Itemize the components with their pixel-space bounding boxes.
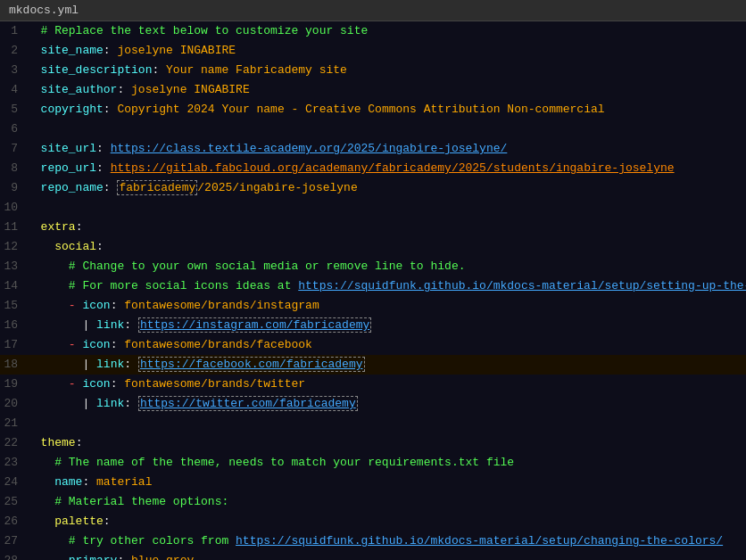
line-19: 19 - icon: fontawesome/brands/twitter — [0, 375, 746, 394]
line-content-4: site_author: joselyne INGABIRE — [27, 81, 746, 99]
line-num-24: 24 — [0, 474, 27, 491]
line-num-15: 15 — [0, 297, 27, 315]
line-20: 20 | link: https://twitter.com/fabricade… — [0, 394, 746, 414]
line-28: 28 primary: blue grey — [0, 551, 746, 560]
line-content-25: # Material theme options: — [27, 493, 746, 511]
line-num-1: 1 — [0, 22, 27, 40]
line-num-14: 14 — [0, 277, 27, 295]
line-num-7: 7 — [0, 140, 27, 158]
line-23: 23 # The name of the theme, needs to mat… — [0, 453, 746, 473]
line-content-8: repo_url: https://gitlab.fabcloud.org/ac… — [27, 160, 746, 177]
line-13: 13 # Change to your own social media or … — [0, 257, 746, 276]
line-24: 24 name: material — [0, 473, 746, 492]
line-2: 2 site_name: joselyne INGABIRE — [0, 41, 746, 61]
line-content-9: repo_name: fabricademy/2025/ingabire-jos… — [27, 179, 746, 197]
line-num-28: 28 — [0, 552, 27, 560]
line-content-7: site_url: https://class.textile-academy.… — [27, 140, 746, 158]
line-content-27: # try other colors from https://squidfun… — [27, 532, 746, 550]
line-num-19: 19 — [0, 375, 27, 393]
line-content-12: social: — [27, 238, 746, 256]
line-content-3: site_description: Your name Fabricademy … — [27, 62, 746, 79]
title-bar: mkdocs.yml — [0, 0, 746, 21]
line-num-18: 18 — [0, 356, 27, 374]
line-21: 21 — [0, 414, 746, 433]
line-num-23: 23 — [0, 454, 27, 472]
line-1: 1 # Replace the text below to customize … — [0, 21, 746, 41]
line-num-13: 13 — [0, 258, 27, 276]
line-num-5: 5 — [0, 101, 27, 119]
line-content-16: | link: https://instagram.com/fabricadem… — [27, 317, 746, 334]
line-8: 8 repo_url: https://gitlab.fabcloud.org/… — [0, 159, 746, 178]
line-num-12: 12 — [0, 238, 27, 256]
line-12: 12 social: — [0, 237, 746, 257]
line-3: 3 site_description: Your name Fabricadem… — [0, 61, 746, 80]
line-num-20: 20 — [0, 395, 27, 413]
line-16: 16 | link: https://instagram.com/fabrica… — [0, 316, 746, 335]
line-num-21: 21 — [0, 415, 27, 432]
line-26: 26 palette: — [0, 512, 746, 531]
line-content-18: | link: https://facebook.com/fabricademy… — [27, 356, 746, 374]
line-17: 17 - icon: fontawesome/brands/facebook — [0, 335, 746, 355]
line-content-23: # The name of the theme, needs to match … — [27, 454, 746, 472]
line-num-6: 6 — [0, 120, 27, 138]
line-content-22: theme: — [27, 434, 746, 452]
line-num-4: 4 — [0, 81, 27, 99]
line-num-25: 25 — [0, 493, 27, 511]
line-content-26: palette: — [27, 513, 746, 531]
line-content-5: copyright: Copyright 2024 Your name - Cr… — [27, 101, 746, 119]
line-content-2: site_name: joselyne INGABIRE — [27, 42, 746, 60]
line-10: 10 — [0, 198, 746, 218]
line-num-8: 8 — [0, 160, 27, 177]
line-content-15: - icon: fontawesome/brands/instagram — [27, 297, 746, 315]
line-27: 27 # try other colors from https://squid… — [0, 531, 746, 551]
line-num-16: 16 — [0, 317, 27, 334]
line-num-11: 11 — [0, 218, 27, 236]
editor: 1 # Replace the text below to customize … — [0, 21, 746, 560]
line-content-1: # Replace the text below to customize yo… — [27, 22, 746, 40]
line-7: 7 site_url: https://class.textile-academ… — [0, 139, 746, 159]
line-content-20: | link: https://twitter.com/fabricademy — [27, 395, 746, 413]
line-5: 5 copyright: Copyright 2024 Your name - … — [0, 100, 746, 119]
line-4: 4 site_author: joselyne INGABIRE — [0, 80, 746, 100]
line-18: 18 | link: https://facebook.com/fabricad… — [0, 355, 746, 375]
line-content-19: - icon: fontawesome/brands/twitter — [27, 375, 746, 393]
line-6: 6 — [0, 119, 746, 139]
line-content-11: extra: — [27, 218, 746, 236]
line-content-14: # For more social icons ideas at https:/… — [27, 277, 746, 295]
file-title: mkdocs.yml — [9, 4, 79, 17]
line-num-10: 10 — [0, 199, 27, 217]
line-11: 11 extra: — [0, 218, 746, 237]
line-num-2: 2 — [0, 42, 27, 60]
line-content-17: - icon: fontawesome/brands/facebook — [27, 336, 746, 354]
line-num-22: 22 — [0, 434, 27, 452]
line-num-9: 9 — [0, 179, 27, 197]
line-num-17: 17 — [0, 336, 27, 354]
line-content-28: primary: blue grey — [27, 552, 746, 560]
line-25: 25 # Material theme options: — [0, 492, 746, 512]
line-14: 14 # For more social icons ideas at http… — [0, 276, 746, 296]
line-15: 15 - icon: fontawesome/brands/instagram — [0, 296, 746, 316]
line-num-3: 3 — [0, 62, 27, 79]
line-9: 9 repo_name: fabricademy/2025/ingabire-j… — [0, 178, 746, 198]
line-num-27: 27 — [0, 532, 27, 550]
line-22: 22 theme: — [0, 433, 746, 453]
line-content-13: # Change to your own social media or rem… — [27, 258, 746, 276]
line-num-26: 26 — [0, 513, 27, 531]
line-content-24: name: material — [27, 474, 746, 491]
